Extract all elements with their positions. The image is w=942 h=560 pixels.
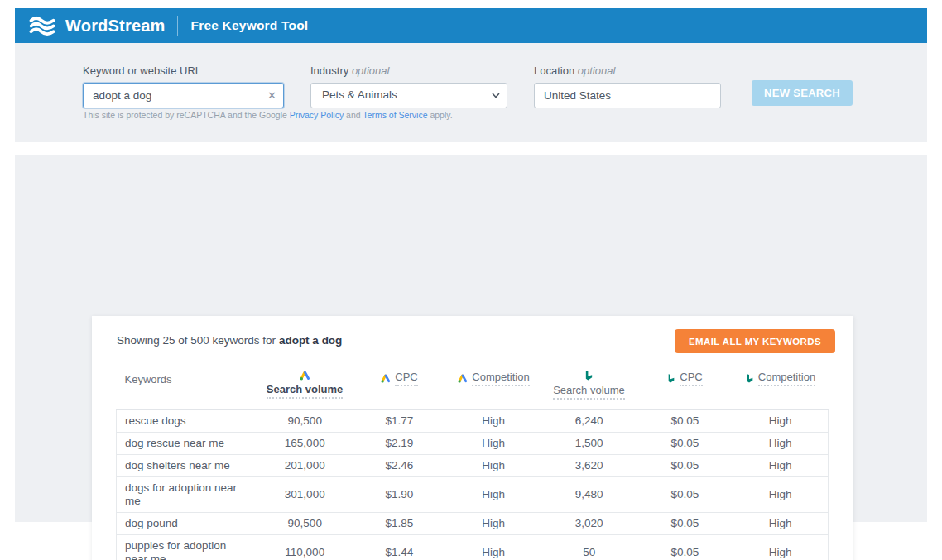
topbar-divider	[177, 16, 178, 36]
clear-keyword-icon[interactable]: ✕	[267, 89, 276, 103]
keyword-row: dog shelters near me 201,000 $2.46 High …	[117, 455, 829, 477]
google-competition-cell: High	[447, 513, 541, 535]
waves-logo-icon	[28, 16, 58, 36]
google-search-volume-cell: 165,000	[257, 433, 353, 455]
bing-icon	[667, 374, 675, 384]
brand-name: WordStream	[65, 17, 166, 36]
google-cpc-cell: $1.77	[353, 410, 447, 433]
google-search-volume-cell: 90,500	[257, 410, 353, 433]
privacy-policy-link[interactable]: Privacy Policy	[290, 110, 344, 120]
terms-of-service-link[interactable]: Terms of Service	[363, 110, 427, 120]
google-search-volume-cell: 90,500	[257, 513, 353, 535]
keyword-label: Keyword or website URL	[83, 65, 284, 77]
keyword-row: rescue dogs 90,500 $1.77 High 6,240 $0.0…	[117, 410, 829, 433]
google-cpc-cell: $1.90	[353, 477, 447, 513]
column-header-bing-search-volume[interactable]: Search volume	[541, 362, 637, 410]
bing-competition-cell: High	[733, 455, 829, 477]
keyword-row: puppies for adoption near me 110,000 $1.…	[117, 535, 829, 560]
keyword-cell: dog shelters near me	[117, 455, 257, 477]
bing-cpc-cell: $0.05	[637, 477, 733, 513]
bing-search-volume-cell: 6,240	[541, 410, 637, 433]
chevron-down-icon	[492, 93, 500, 98]
table-header-row: Keywords Search volum	[117, 362, 829, 410]
keyword-row: dog pound 90,500 $1.85 High 3,020 $0.05 …	[117, 513, 829, 535]
keywords-table: Keywords Search volum	[116, 362, 829, 560]
bing-competition-cell: High	[733, 410, 829, 433]
industry-field-group: Industry optional Pets & Animals	[310, 65, 507, 108]
column-header-google-competition[interactable]: Competition	[447, 362, 541, 410]
industry-select[interactable]: Pets & Animals	[310, 83, 507, 108]
google-search-volume-cell: 201,000	[257, 455, 353, 477]
google-competition-cell: High	[447, 410, 541, 433]
bing-cpc-cell: $0.05	[637, 410, 733, 433]
location-field-group: Location optional	[534, 65, 721, 108]
results-section: Showing 25 of 500 keywords for adopt a d…	[15, 155, 927, 522]
keyword-cell: dog pound	[117, 513, 257, 535]
top-navigation-bar: WordStream Free Keyword Tool	[15, 8, 927, 43]
keyword-field-group: Keyword or website URL ✕	[83, 65, 284, 108]
google-competition-cell: High	[447, 433, 541, 455]
google-competition-cell: High	[447, 477, 541, 513]
bing-icon	[746, 374, 754, 384]
results-card: Showing 25 of 500 keywords for adopt a d…	[92, 316, 853, 560]
email-keywords-button[interactable]: EMAIL ALL MY KEYWORDS	[675, 329, 835, 353]
google-ads-icon	[381, 374, 391, 383]
search-form: Keyword or website URL ✕ Industry option…	[15, 43, 927, 142]
bing-cpc-cell: $0.05	[637, 535, 733, 560]
bing-competition-cell: High	[733, 433, 829, 455]
bing-search-volume-cell: 3,620	[541, 455, 637, 477]
google-cpc-cell: $1.44	[353, 535, 447, 560]
keyword-cell: dog rescue near me	[117, 433, 257, 455]
column-header-google-cpc[interactable]: CPC	[353, 362, 447, 410]
bing-competition-cell: High	[733, 535, 829, 560]
bing-competition-cell: High	[733, 513, 829, 535]
google-competition-cell: High	[447, 455, 541, 477]
page-container: WordStream Free Keyword Tool Keyword or …	[15, 8, 927, 522]
bing-competition-cell: High	[733, 477, 829, 513]
column-header-google-search-volume[interactable]: Search volume	[257, 362, 353, 410]
keyword-cell: puppies for adoption near me	[117, 535, 257, 560]
summary-keyword: adopt a dog	[279, 334, 343, 347]
bing-search-volume-cell: 1,500	[541, 433, 637, 455]
keyword-input[interactable]	[83, 83, 284, 108]
bing-icon	[584, 371, 594, 381]
google-ads-icon	[458, 374, 468, 383]
results-summary: Showing 25 of 500 keywords for adopt a d…	[117, 334, 342, 347]
google-ads-icon	[300, 371, 310, 381]
google-search-volume-cell: 301,000	[257, 477, 353, 513]
google-cpc-cell: $1.85	[353, 513, 447, 535]
bing-cpc-cell: $0.05	[637, 433, 733, 455]
keyword-row: dogs for adoption near me 301,000 $1.90 …	[117, 477, 829, 513]
industry-optional-tag: optional	[352, 65, 390, 77]
keyword-cell: rescue dogs	[117, 410, 257, 433]
column-header-bing-cpc[interactable]: CPC	[637, 362, 733, 410]
industry-label: Industry optional	[310, 65, 507, 77]
industry-selected-value: Pets & Animals	[322, 89, 397, 101]
column-header-bing-competition[interactable]: Competition	[733, 362, 829, 410]
new-search-button[interactable]: NEW SEARCH	[752, 80, 853, 106]
bing-cpc-cell: $0.05	[637, 513, 733, 535]
location-label: Location optional	[534, 65, 721, 77]
bing-search-volume-cell: 50	[541, 535, 637, 560]
column-header-keywords: Keywords	[117, 362, 257, 410]
location-optional-tag: optional	[578, 65, 616, 77]
bing-search-volume-cell: 9,480	[541, 477, 637, 513]
location-input[interactable]	[534, 83, 721, 108]
wordstream-logo[interactable]: WordStream	[15, 16, 166, 36]
google-cpc-cell: $2.19	[353, 433, 447, 455]
recaptcha-notice: This site is protected by reCAPTCHA and …	[83, 110, 453, 120]
google-cpc-cell: $2.46	[353, 455, 447, 477]
google-competition-cell: High	[447, 535, 541, 560]
page-title: Free Keyword Tool	[191, 18, 309, 33]
bing-cpc-cell: $0.05	[637, 455, 733, 477]
bing-search-volume-cell: 3,020	[541, 513, 637, 535]
google-search-volume-cell: 110,000	[257, 535, 353, 560]
keyword-cell: dogs for adoption near me	[117, 477, 257, 513]
keyword-row: dog rescue near me 165,000 $2.19 High 1,…	[117, 433, 829, 455]
